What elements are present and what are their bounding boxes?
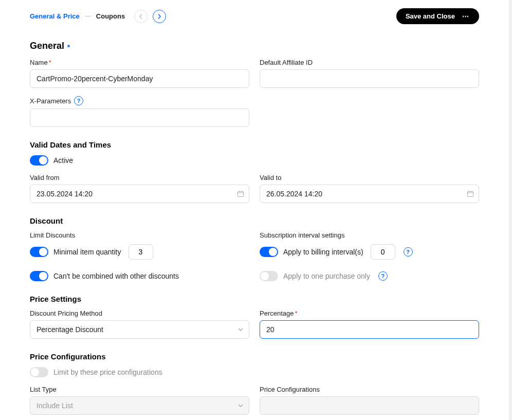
limit-price-config-toggle[interactable] — [30, 367, 48, 377]
svg-rect-4 — [468, 192, 473, 197]
chevron-left-icon — [138, 14, 143, 19]
percentage-label: Percentage* — [260, 309, 479, 317]
apply-billing-toggle[interactable] — [260, 247, 278, 257]
help-icon[interactable]: ? — [74, 96, 83, 105]
valid-to-label: Valid to — [260, 174, 479, 181]
apply-billing-label: Apply to billing interval(s) — [283, 248, 363, 256]
percentage-input[interactable] — [260, 320, 479, 339]
apply-one-label: Apply to one purchase only — [283, 272, 370, 280]
xparams-input[interactable] — [30, 108, 249, 127]
apply-billing-input[interactable] — [371, 244, 395, 260]
tab-coupons[interactable]: Coupons — [96, 12, 125, 20]
limit-price-config-label: Limit by these price configurations — [53, 368, 162, 376]
prev-tab-button[interactable] — [134, 10, 148, 23]
min-qty-input[interactable] — [129, 244, 153, 260]
limit-discounts-label: Limit Discounts — [30, 231, 249, 239]
calendar-icon[interactable] — [467, 190, 474, 197]
next-tab-button[interactable] — [153, 10, 166, 23]
sub-interval-label: Subscription interval settings — [260, 231, 479, 239]
section-discount-title: Discount — [30, 216, 479, 225]
name-label: Name* — [30, 59, 249, 66]
valid-to-input[interactable] — [260, 185, 479, 203]
list-type-label: List Type — [30, 386, 249, 393]
apply-one-toggle[interactable] — [260, 271, 278, 281]
no-combine-label: Can't be combined with other discounts — [53, 272, 179, 280]
price-config-label: Price Configurations — [260, 386, 479, 393]
active-toggle[interactable] — [30, 155, 48, 166]
section-valid-title: Valid Dates and Times — [30, 140, 479, 149]
section-general-title: General — [30, 41, 479, 51]
pricing-method-select[interactable] — [30, 320, 249, 339]
help-icon[interactable]: ? — [404, 247, 413, 257]
save-button-label: Save and Close — [406, 12, 455, 20]
breadcrumb: General & Price Coupons — [30, 10, 166, 23]
min-qty-label: Minimal item quantity — [53, 248, 121, 256]
help-icon[interactable]: ? — [378, 271, 388, 281]
section-price-settings-title: Price Settings — [30, 295, 479, 303]
price-config-input[interactable] — [260, 396, 479, 415]
name-input[interactable] — [30, 69, 249, 88]
list-type-select[interactable] — [30, 396, 249, 415]
pricing-method-label: Discount Pricing Method — [30, 309, 249, 317]
valid-from-label: Valid from — [30, 174, 249, 181]
more-icon[interactable]: ⋯ — [462, 12, 470, 20]
affiliate-id-label: Default Affiliate ID — [260, 59, 479, 66]
chevron-right-icon — [157, 14, 162, 19]
active-label: Active — [53, 156, 73, 165]
tab-general-price[interactable]: General & Price — [30, 12, 80, 20]
min-qty-toggle[interactable] — [30, 247, 48, 257]
no-combine-toggle[interactable] — [30, 271, 48, 281]
section-price-config-title: Price Configurations — [30, 352, 479, 361]
svg-rect-0 — [238, 192, 244, 197]
xparams-label: X-Parameters ? — [30, 96, 249, 105]
breadcrumb-separator — [85, 16, 91, 16]
valid-from-input[interactable] — [30, 185, 249, 203]
calendar-icon[interactable] — [237, 190, 244, 197]
save-and-close-button[interactable]: Save and Close ⋯ — [396, 8, 479, 24]
affiliate-id-input[interactable] — [260, 69, 479, 88]
